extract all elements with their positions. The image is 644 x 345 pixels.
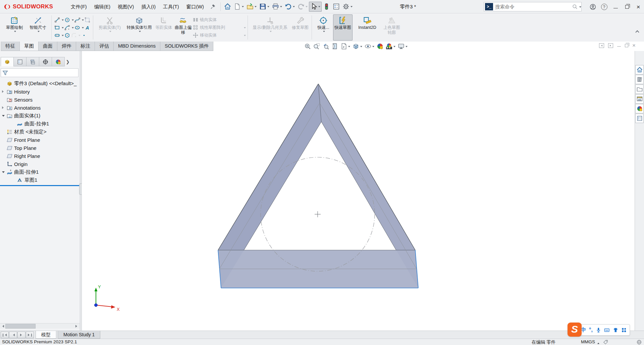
microphone-icon[interactable] bbox=[596, 327, 601, 333]
section-view-button[interactable] bbox=[331, 43, 339, 50]
tree-item-history[interactable]: History bbox=[0, 88, 80, 95]
nav-previous-button[interactable] bbox=[9, 332, 17, 338]
selection-box-tool-button[interactable] bbox=[84, 17, 91, 23]
tree-item-sensors[interactable]: Sensors bbox=[0, 96, 80, 103]
tab-mbd-dimensions[interactable]: MBD Dimensions bbox=[113, 42, 160, 51]
panel-horizontal-scrollbar[interactable] bbox=[0, 323, 80, 329]
options-button[interactable] bbox=[341, 2, 354, 12]
tree-item-origin[interactable]: Origin bbox=[0, 160, 80, 168]
doc-restore-button[interactable] bbox=[625, 44, 628, 47]
tab-surfaces[interactable]: 曲面 bbox=[38, 42, 57, 51]
inner-edge-left[interactable] bbox=[244, 122, 321, 250]
surface-extrude-body[interactable] bbox=[218, 84, 418, 288]
appearances-button[interactable] bbox=[635, 104, 644, 113]
nav-next-button[interactable] bbox=[17, 332, 25, 338]
undo-button[interactable] bbox=[283, 2, 296, 12]
circle-dropdown-arrow[interactable] bbox=[72, 19, 74, 22]
smart-dimension-button[interactable]: 智能尺寸 bbox=[26, 14, 50, 41]
expand-arrow-icon[interactable] bbox=[2, 106, 5, 109]
tree-item-sketch1[interactable]: 草图1 bbox=[0, 176, 80, 184]
view-settings-dropdown-arrow[interactable] bbox=[406, 46, 408, 48]
hide-show-dropdown-arrow[interactable] bbox=[372, 46, 374, 48]
menu-tools[interactable]: 工具(T) bbox=[159, 0, 183, 13]
skin-icon[interactable] bbox=[613, 327, 619, 333]
pin-menu-icon[interactable] bbox=[210, 4, 216, 9]
home-button[interactable] bbox=[223, 2, 232, 12]
close-button[interactable]: × bbox=[633, 0, 644, 13]
circle-tool-button[interactable] bbox=[64, 17, 70, 23]
line-tool-button[interactable] bbox=[54, 17, 60, 23]
sketch-dropdown-arrow[interactable] bbox=[14, 31, 16, 33]
scroll-left-button[interactable] bbox=[0, 324, 5, 329]
expand-arrow-icon[interactable] bbox=[2, 90, 5, 93]
unit-system-text[interactable]: MMGS bbox=[581, 339, 595, 344]
scroll-right-button[interactable] bbox=[74, 324, 79, 329]
rollback-bar[interactable] bbox=[0, 185, 80, 186]
line-dropdown-arrow[interactable] bbox=[62, 19, 64, 22]
inner-edge-right[interactable] bbox=[321, 122, 396, 250]
zoom-to-area-button[interactable] bbox=[313, 43, 321, 50]
sketch-line-right[interactable] bbox=[320, 103, 417, 269]
quick-snaps-button[interactable]: 快速... bbox=[314, 14, 333, 41]
convert-entities-button[interactable]: 转换实体引用 bbox=[124, 14, 154, 41]
file-explorer-button[interactable] bbox=[635, 84, 644, 94]
ellipse-dropdown-arrow[interactable] bbox=[82, 27, 84, 30]
slot-tool-button[interactable] bbox=[54, 32, 60, 39]
model-canvas[interactable]: Y X bbox=[82, 51, 635, 331]
undo-dropdown-arrow[interactable] bbox=[293, 6, 295, 8]
print-button[interactable] bbox=[271, 2, 283, 12]
tree-item-root[interactable]: 零件3 (Default) <<Default>_ bbox=[0, 80, 80, 87]
print-dropdown-arrow[interactable] bbox=[280, 6, 282, 8]
convert-dropdown-arrow[interactable] bbox=[139, 31, 141, 33]
tree-item-material[interactable]: 材质 <未指定> bbox=[0, 128, 80, 135]
doc-minimize-button[interactable] bbox=[617, 46, 621, 47]
menu-edit[interactable]: 编辑(E) bbox=[91, 0, 114, 13]
spline-dropdown-arrow[interactable] bbox=[82, 19, 84, 22]
sketch-line-left[interactable] bbox=[219, 103, 320, 269]
collapse-arrow-icon[interactable] bbox=[2, 115, 5, 118]
tab-evaluate[interactable]: 评估 bbox=[95, 42, 114, 51]
menu-insert[interactable]: 插入(I) bbox=[138, 0, 159, 13]
annotation-views-button[interactable] bbox=[340, 43, 351, 50]
soft-keyboard-icon[interactable] bbox=[604, 327, 610, 333]
sketch-button[interactable]: 草图绘制 bbox=[3, 14, 26, 41]
view-palette-button[interactable] bbox=[635, 94, 644, 104]
rectangle-dropdown-arrow[interactable] bbox=[62, 27, 64, 30]
ribbon-collapse-button[interactable] bbox=[636, 31, 639, 34]
view-orientation-button[interactable] bbox=[352, 43, 363, 50]
hide-show-items-button[interactable] bbox=[364, 43, 375, 50]
tab-features[interactable]: 特征 bbox=[1, 42, 20, 51]
task-pane-home-button[interactable] bbox=[635, 65, 644, 74]
arc-tool-button[interactable] bbox=[64, 24, 70, 31]
account-button[interactable] bbox=[587, 0, 598, 13]
toolbox-icon[interactable] bbox=[621, 327, 627, 333]
options-dropdown-arrow[interactable] bbox=[351, 6, 353, 8]
minimize-button[interactable] bbox=[610, 0, 621, 13]
open-button[interactable] bbox=[245, 2, 258, 12]
collapse-arrow-icon[interactable] bbox=[2, 171, 5, 174]
annotation-views-dropdown-arrow[interactable] bbox=[348, 46, 350, 48]
nav-last-button[interactable] bbox=[26, 332, 34, 338]
design-library-button[interactable] bbox=[635, 75, 644, 84]
graphics-viewport[interactable]: Y X bbox=[82, 51, 635, 331]
restore-button[interactable] bbox=[621, 0, 633, 13]
smart-dimension-dropdown-arrow[interactable] bbox=[38, 31, 40, 33]
ellipse-tool-button[interactable] bbox=[74, 24, 80, 31]
save-button[interactable] bbox=[258, 2, 271, 12]
globe-icon[interactable] bbox=[637, 340, 642, 345]
text-tool-button[interactable] bbox=[84, 24, 91, 31]
ime-punctuation-button[interactable]: °, bbox=[589, 327, 593, 333]
search-dropdown-arrow[interactable] bbox=[579, 6, 581, 9]
tab-solidworks-addins[interactable]: SOLIDWORKS 插件 bbox=[160, 42, 213, 51]
collapse-left-pane-button[interactable] bbox=[599, 43, 604, 48]
rebuild-button[interactable] bbox=[322, 2, 331, 12]
open-dropdown-arrow[interactable] bbox=[255, 6, 257, 8]
new-dropdown-arrow[interactable] bbox=[242, 6, 244, 8]
tree-item-surface-bodies[interactable]: 曲面实体(1) bbox=[0, 112, 80, 119]
motion-study-tab[interactable]: Motion Study 1 bbox=[58, 331, 100, 339]
view-settings-button[interactable] bbox=[397, 43, 408, 50]
menu-file[interactable]: 文件(F) bbox=[67, 0, 91, 13]
spline-tool-button[interactable] bbox=[74, 17, 80, 23]
apply-scene-dropdown-arrow[interactable] bbox=[393, 46, 395, 48]
tab-weldments[interactable]: 焊件 bbox=[57, 42, 76, 51]
